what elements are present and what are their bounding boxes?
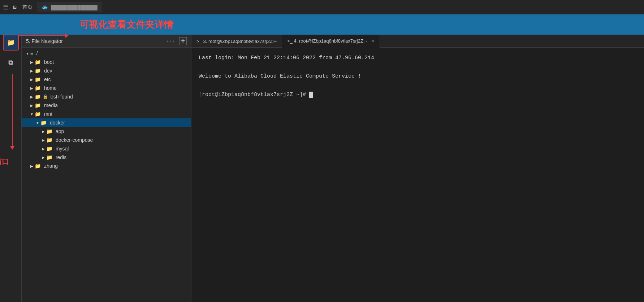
chevron-docker-compose: ▶ xyxy=(40,138,46,142)
chevron-root: ▼ xyxy=(25,52,30,56)
server-tab[interactable]: 🐟 ██████████████ xyxy=(37,2,102,12)
boot-folder-icon: 📁 xyxy=(35,59,41,65)
chevron-mnt: ▼ xyxy=(29,112,35,116)
terminal-line-3: Welcome to Alibaba Cloud Elastic Compute… xyxy=(199,72,637,81)
chevron-dev: ▶ xyxy=(29,69,35,73)
terminal-tabs: >_ 3. root@iZbp1aq8nbf8vtlax7srj2Z:~ >_ … xyxy=(191,35,644,48)
chevron-lostfound: ▶ xyxy=(29,95,35,99)
dev-label: dev xyxy=(43,68,52,74)
main-layout: >_ 📁 ⧉ 新建命令窗口 5. File Navigator ··· + xyxy=(0,14,644,302)
root-folder-icon: ≡ xyxy=(30,51,33,56)
chevron-app: ▶ xyxy=(40,130,46,134)
tab-label: ██████████████ xyxy=(51,5,98,10)
terminal-line-2 xyxy=(199,63,637,72)
tree-item-root[interactable]: ▼ ≡ / xyxy=(22,49,191,58)
terminal-tab-4-label: >_ 4. root@iZbp1aq8nbf8vtlax7srj2Z:~ xyxy=(287,38,367,44)
docker-compose-folder-icon: 📁 xyxy=(46,137,52,143)
redis-folder-icon: 📁 xyxy=(46,154,52,160)
tree-item-etc[interactable]: ▶ 📁 etc xyxy=(22,75,191,84)
file-nav-actions: ··· + xyxy=(164,37,187,45)
home-label: home xyxy=(43,85,57,91)
folder-icon: 📁 xyxy=(7,39,15,47)
docker-label: docker xyxy=(48,120,65,126)
cursor xyxy=(309,92,313,98)
top-bar-menu: ⊞ 首页 xyxy=(13,4,33,11)
mysql-label: mysql xyxy=(54,146,69,152)
tab-icon: 🐟 xyxy=(42,4,49,11)
home-label[interactable]: 首页 xyxy=(22,4,33,10)
blue-header-text: 可视化查看文件夹详情 xyxy=(79,18,173,31)
terminal-tab-3[interactable]: >_ 3. root@iZbp1aq8nbf8vtlax7srj2Z:~ xyxy=(191,35,282,48)
menu-icon[interactable]: ☰ xyxy=(3,3,9,11)
lock-icon: 🔒 xyxy=(43,94,48,99)
tree-item-redis[interactable]: ▶ 📁 redis xyxy=(22,153,191,162)
top-bar: ☰ ⊞ 首页 🐟 ██████████████ xyxy=(0,0,644,14)
chevron-boot: ▶ xyxy=(29,60,35,64)
tree-item-lostfound[interactable]: ▶ 📁 🔒 lost+found xyxy=(22,92,191,101)
grid-icon: ⊞ xyxy=(13,4,17,11)
file-nav-title: 5. File Navigator xyxy=(26,38,63,44)
etc-folder-icon: 📁 xyxy=(35,76,41,82)
tree-item-dev[interactable]: ▶ 📁 dev xyxy=(22,66,191,75)
lostfound-label: lost+found xyxy=(48,94,73,100)
mysql-folder-icon: 📁 xyxy=(46,146,52,152)
copy-icon: ⧉ xyxy=(8,59,13,66)
blue-header-bar: 可视化查看文件夹详情 xyxy=(0,14,644,35)
boot-label: boot xyxy=(43,59,54,65)
tree-item-app[interactable]: ▶ 📁 app xyxy=(22,127,191,136)
annotation-down-text: 新建命令窗口 xyxy=(0,157,9,167)
chevron-docker: ▼ xyxy=(35,121,40,125)
file-navigator: 5. File Navigator ··· + ▼ ≡ / ▶ 📁 boot xyxy=(22,35,191,302)
home-folder-icon: 📁 xyxy=(35,85,41,91)
tree-item-home[interactable]: ▶ 📁 home xyxy=(22,84,191,92)
folder-icon-btn[interactable]: 📁 xyxy=(3,35,19,51)
terminal-tab-4-close[interactable]: ✕ xyxy=(371,39,375,44)
media-folder-icon: 📁 xyxy=(35,102,41,108)
terminal-line-5: [root@iZbp1aq8nbf8vtlax7srj2Z ~]# xyxy=(199,90,637,100)
chevron-zhang: ▶ xyxy=(29,164,35,168)
chevron-redis: ▶ xyxy=(40,156,46,159)
tree-item-zhang[interactable]: ▶ 📁 zhang xyxy=(22,162,191,170)
lostfound-folder-icon: 📁 xyxy=(35,94,41,100)
chevron-etc: ▶ xyxy=(29,78,35,82)
more-btn[interactable]: ··· xyxy=(164,38,176,45)
zhang-label: zhang xyxy=(43,163,58,169)
add-btn[interactable]: + xyxy=(179,37,187,45)
file-tree: ▼ ≡ / ▶ 📁 boot ▶ 📁 dev ▶ xyxy=(22,48,191,302)
tree-item-mysql[interactable]: ▶ 📁 mysql xyxy=(22,144,191,153)
app-folder-icon: 📁 xyxy=(46,128,52,134)
docker-compose-label: docker-compose xyxy=(54,137,93,143)
terminal-area: >_ 3. root@iZbp1aq8nbf8vtlax7srj2Z:~ >_ … xyxy=(191,35,644,302)
terminal-tab-3-label: >_ 3. root@iZbp1aq8nbf8vtlax7srj2Z:~ xyxy=(196,39,277,44)
terminal-line-1: Last login: Mon Feb 21 22:14:06 2022 fro… xyxy=(199,53,637,63)
terminal-content[interactable]: Last login: Mon Feb 21 22:14:06 2022 fro… xyxy=(191,48,644,302)
copy-icon-btn[interactable]: ⧉ xyxy=(3,55,19,71)
tree-item-mnt[interactable]: ▼ 📁 mnt xyxy=(22,110,191,118)
media-label: media xyxy=(43,102,58,108)
chevron-home: ▶ xyxy=(29,86,35,90)
etc-label: etc xyxy=(43,76,51,82)
terminal-tab-4[interactable]: >_ 4. root@iZbp1aq8nbf8vtlax7srj2Z:~ ✕ xyxy=(282,35,380,48)
chevron-media: ▶ xyxy=(29,104,35,108)
app-label: app xyxy=(54,128,64,134)
zhang-folder-icon: 📁 xyxy=(35,163,41,169)
root-label: / xyxy=(35,51,38,56)
tree-item-media[interactable]: ▶ 📁 media xyxy=(22,101,191,110)
mnt-folder-icon: 📁 xyxy=(35,111,41,117)
chevron-mysql: ▶ xyxy=(40,147,46,151)
tree-item-boot[interactable]: ▶ 📁 boot xyxy=(22,58,191,66)
mnt-label: mnt xyxy=(43,111,52,117)
tree-item-docker-compose[interactable]: ▶ 📁 docker-compose xyxy=(22,136,191,144)
terminal-line-4 xyxy=(199,81,637,91)
sidebar-icons: >_ 📁 ⧉ 新建命令窗口 xyxy=(0,14,22,302)
dev-folder-icon: 📁 xyxy=(35,68,41,74)
redis-label: redis xyxy=(54,154,66,160)
tree-item-docker[interactable]: ▼ 📁 docker xyxy=(22,118,191,127)
docker-folder-icon: 📁 xyxy=(40,120,47,126)
